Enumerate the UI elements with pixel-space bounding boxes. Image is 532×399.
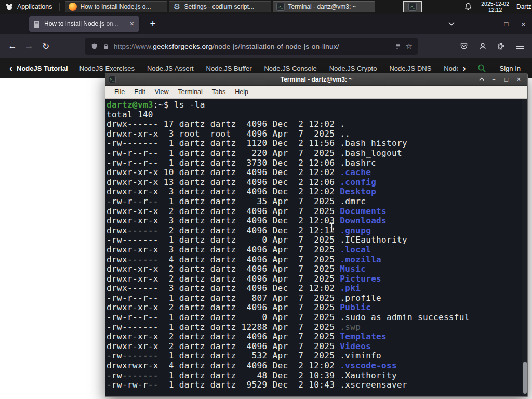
terminal-line: -rw-r--r-- 1 dartz dartz 0 Apr 7 2025 .s… xyxy=(107,313,527,323)
terminal-line: -rw-r--r-- 1 dartz dartz 220 Apr 7 2025 … xyxy=(107,149,527,158)
panel-right: 2025-12-02 12:12 Dartz xyxy=(403,1,532,13)
url-domain: geeksforgeeks.org xyxy=(153,43,212,50)
terminal-scrollbar[interactable] xyxy=(522,99,527,396)
settings-icon xyxy=(172,3,181,11)
list-all-tabs-button[interactable] xyxy=(444,17,459,31)
reload-button[interactable]: ↻ xyxy=(37,38,54,55)
shade-button[interactable] xyxy=(476,74,487,85)
terminal-line: drwxr-xr-x 3 dartz dartz 4096 Dec 2 12:0… xyxy=(107,187,527,197)
task-button[interactable]: Terminal - dartz@vm3: ~ xyxy=(273,1,375,12)
terminal-line: drwx------ 17 dartz dartz 4096 Dec 2 12:… xyxy=(107,119,527,129)
toolbar-right xyxy=(456,38,528,54)
terminal-line: -rw------- 1 dartz dartz 0 Apr 7 2025 .I… xyxy=(107,235,527,245)
account-icon[interactable] xyxy=(475,38,490,54)
maximize-button[interactable]: □ xyxy=(501,74,512,85)
site-nav-item[interactable]: Node.JS Buffer xyxy=(206,64,252,72)
terminal-line: drwxr-xr-x 2 dartz dartz 4096 Apr 7 2025… xyxy=(107,274,527,284)
task-label: Settings - codium script... xyxy=(184,3,254,10)
navigation-toolbar: ← → ↻ https://www.geeksforgeeks.org/node… xyxy=(0,34,532,58)
applications-label: Applications xyxy=(17,3,52,10)
pocket-icon[interactable] xyxy=(456,38,472,54)
terminal-line: drwxr-xr-x 13 dartz dartz 4096 Dec 2 12:… xyxy=(107,178,527,188)
terminal-line: -rw-rw-r-- 1 dartz dartz 9529 Dec 2 10:4… xyxy=(107,380,527,390)
menu-terminal[interactable]: Terminal xyxy=(174,88,207,96)
applications-menu-button[interactable]: Applications xyxy=(0,0,57,14)
terminal-window-controls: − □ × xyxy=(476,74,524,85)
terminal-line: drwxrwxr-x 4 dartz dartz 4096 Dec 2 12:0… xyxy=(107,361,527,371)
terminal-window-title: Terminal - dartz@vm3: ~ xyxy=(105,76,527,83)
tab-bar: How to Install Node.js on... × + − □ × xyxy=(0,14,532,34)
back-button[interactable]: ← xyxy=(4,38,21,55)
terminal-line: drwxr-xr-x 3 root root 4096 Apr 7 2025 .… xyxy=(107,129,527,139)
extensions-icon[interactable] xyxy=(494,38,509,54)
new-tab-button[interactable]: + xyxy=(145,17,160,31)
site-nav-item[interactable]: Node.JS Crypto xyxy=(329,64,377,72)
nav-scroll-right-icon[interactable]: › xyxy=(460,63,469,74)
maximize-button[interactable]: □ xyxy=(498,14,515,34)
menu-help[interactable]: Help xyxy=(230,88,253,96)
terminal-line: drwxr-xr-x 2 dartz dartz 4096 Apr 7 2025… xyxy=(107,342,527,352)
top-panel: Applications How to Install Node.js o...… xyxy=(0,0,532,14)
bell-icon xyxy=(464,3,472,11)
tray-terminal-button[interactable] xyxy=(403,1,422,12)
site-nav-active-item[interactable]: NodeJS Tutorial xyxy=(17,64,68,72)
menu-file[interactable]: File xyxy=(110,88,129,96)
terminal-body[interactable]: dartz@vm3:~$ ls -latotal 140drwx------ 1… xyxy=(105,99,527,396)
minimize-button[interactable]: − xyxy=(481,14,498,34)
task-button[interactable]: Settings - codium script... xyxy=(169,1,271,12)
task-button[interactable]: How to Install Node.js o... xyxy=(65,1,167,12)
nav-scroll-left-icon[interactable]: ‹ xyxy=(6,63,16,74)
notifications-button[interactable] xyxy=(462,1,474,12)
scrollbar-thumb[interactable] xyxy=(523,362,527,394)
terminal-line: drwxr-xr-x 10 dartz dartz 4096 Dec 2 12:… xyxy=(107,168,527,178)
terminal-line: -rw------- 1 dartz dartz 12288 Apr 7 202… xyxy=(107,323,527,332)
session-user-button[interactable]: Dartz xyxy=(516,3,532,10)
terminal-line: drwxr-xr-x 3 dartz dartz 4096 Dec 2 12:0… xyxy=(107,216,527,226)
terminal-line: -rw------- 1 dartz dartz 532 Apr 7 2025 … xyxy=(107,351,527,361)
close-button[interactable]: × xyxy=(515,14,532,34)
menu-edit[interactable]: Edit xyxy=(129,88,150,96)
firefox-icon xyxy=(69,3,77,11)
terminal-line: dartz@vm3:~$ ls -la xyxy=(107,100,527,110)
terminal-line: -rw------- 1 dartz dartz 1120 Dec 2 11:5… xyxy=(107,139,527,149)
tab-title: How to Install Node.js on... xyxy=(44,20,125,28)
clock-time: 12:12 xyxy=(488,7,502,13)
terminal-line: drwxr-xr-x 2 dartz dartz 4096 Apr 7 2025… xyxy=(107,207,527,217)
search-icon[interactable] xyxy=(477,64,486,73)
site-nav-item[interactable]: NodeJS Exercises xyxy=(79,64,135,72)
terminal-line: drwx------ 2 dartz dartz 4096 Dec 2 12:1… xyxy=(107,226,527,236)
forward-button[interactable]: → xyxy=(21,38,37,55)
terminal-titlebar[interactable]: Terminal - dartz@vm3: ~ − □ × xyxy=(105,73,527,86)
terminal-line: drwxr-xr-x 2 dartz dartz 4096 Apr 7 2025… xyxy=(107,332,527,342)
window-controls: − □ × xyxy=(481,14,532,34)
terminal-line: drwx------ 3 dartz dartz 4096 Dec 2 12:0… xyxy=(107,284,527,294)
url-protocol: https://www. xyxy=(114,43,153,50)
url-bar[interactable]: https://www.geeksforgeeks.org/node-js/in… xyxy=(85,38,418,55)
lock-icon[interactable] xyxy=(102,43,110,50)
site-nav-item[interactable]: Node.JS Assert xyxy=(147,64,194,72)
close-button[interactable]: × xyxy=(513,74,524,85)
url-path: /node-js/installation-of-node-js-on-linu… xyxy=(212,43,339,50)
url-text: https://www.geeksforgeeks.org/node-js/in… xyxy=(114,43,390,50)
minimize-button[interactable]: − xyxy=(488,74,499,85)
site-nav-item[interactable]: Node.JS Console xyxy=(264,64,316,72)
mouse-text-cursor xyxy=(329,223,335,235)
terminal-line: drwxr-xr-x 3 dartz dartz 4096 Apr 7 2025… xyxy=(107,245,527,255)
reader-mode-icon[interactable] xyxy=(394,43,402,50)
site-nav-item[interactable]: Node.JS DNS xyxy=(389,64,431,72)
menu-tabs[interactable]: Tabs xyxy=(207,88,230,96)
menu-icon[interactable] xyxy=(512,38,528,54)
tracking-shield-icon[interactable] xyxy=(90,43,98,50)
bookmark-star-icon[interactable]: ☆ xyxy=(406,42,413,51)
terminal-line: -rw-r--r-- 1 dartz dartz 35 Apr 7 2025 .… xyxy=(107,197,527,207)
terminal-output: dartz@vm3:~$ ls -latotal 140drwx------ 1… xyxy=(107,100,527,390)
clock-date: 2025-12-02 xyxy=(481,1,509,7)
chevron-down-icon xyxy=(448,22,455,26)
site-nav-item[interactable]: Node... xyxy=(444,64,457,72)
panel-clock[interactable]: 2025-12-02 12:12 xyxy=(481,1,509,13)
tab-close-icon[interactable]: × xyxy=(129,20,135,28)
browser-tab[interactable]: How to Install Node.js on... × xyxy=(29,16,139,32)
terminal-icon xyxy=(408,3,417,11)
menu-view[interactable]: View xyxy=(150,88,174,96)
task-label: Terminal - dartz@vm3: ~ xyxy=(288,3,356,10)
